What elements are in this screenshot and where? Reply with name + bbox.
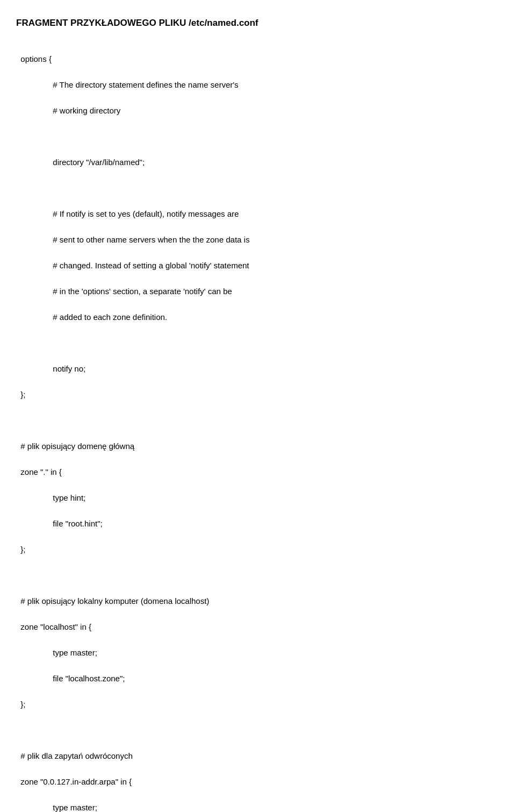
zone-root-open: zone "." in { bbox=[20, 467, 62, 476]
zone-reverse-open: zone "0.0.127.in-addr.arpa" in { bbox=[20, 777, 132, 786]
zone-root-file: file "root.hint"; bbox=[20, 517, 102, 530]
zone-root-type: type hint; bbox=[20, 492, 85, 504]
heading-named-conf: FRAGMENT PRZYKŁADOWEGO PLIKU /etc/named.… bbox=[16, 16, 500, 30]
comment-notify-4: # in the 'options' section, a separate '… bbox=[20, 285, 232, 298]
comment-reverse: # plik dla zapytań odwróconych bbox=[20, 751, 132, 760]
comment-localhost: # plik opisujący lokalny komputer (domen… bbox=[20, 596, 209, 606]
comment-notify-3: # changed. Instead of setting a global '… bbox=[20, 259, 249, 272]
named-conf-block: options { # The directory statement defi… bbox=[16, 40, 500, 813]
directory-statement: directory "/var/lib/named"; bbox=[20, 156, 145, 169]
zone-localhost-open: zone "localhost" in { bbox=[20, 622, 91, 631]
options-close: }; bbox=[20, 390, 25, 399]
zone-localhost-file: file "localhost.zone"; bbox=[20, 672, 125, 685]
comment-notify-1: # If notify is set to yes (default), not… bbox=[20, 208, 239, 220]
zone-localhost-close: }; bbox=[20, 700, 25, 709]
comment-main-domain: # plik opisujący domenę główną bbox=[20, 441, 134, 451]
comment-directory-1: # The directory statement defines the na… bbox=[20, 79, 238, 91]
zone-root-close: }; bbox=[20, 545, 25, 554]
comment-notify-5: # added to each zone definition. bbox=[20, 311, 167, 324]
zone-reverse-type: type master; bbox=[20, 801, 97, 813]
options-keyword: options { bbox=[20, 54, 52, 63]
comment-directory-2: # working directory bbox=[20, 104, 120, 117]
comment-notify-2: # sent to other name servers when the th… bbox=[20, 233, 249, 246]
zone-localhost-type: type master; bbox=[20, 646, 97, 659]
notify-statement: notify no; bbox=[20, 362, 85, 375]
